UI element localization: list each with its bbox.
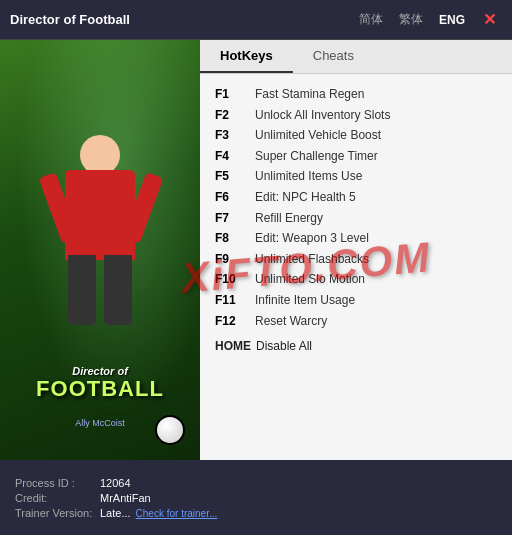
hotkey-action: Edit: NPC Health 5 (255, 188, 356, 207)
main-content: Director of FOOTBALL Ally McCoist HotKey… (0, 40, 512, 460)
hotkey-action: Fast Stamina Regen (255, 85, 364, 104)
person-leg-right (104, 255, 132, 325)
game-cover: Director of FOOTBALL Ally McCoist (0, 40, 200, 460)
hotkey-key: F9 (215, 250, 247, 269)
home-action: Disable All (256, 339, 312, 353)
lang-eng[interactable]: ENG (435, 11, 469, 29)
version-value: Late... (100, 507, 131, 519)
cover-football-line: FOOTBALL (0, 378, 200, 400)
hotkey-row: F5Unlimited Items Use (215, 166, 497, 187)
person-body (65, 170, 135, 260)
hotkey-key: F7 (215, 209, 247, 228)
version-row: Trainer Version: Late... Check for train… (15, 507, 497, 519)
hotkey-action: Unlimited Flashbacks (255, 250, 369, 269)
hotkey-action: Unlimited Slo Motion (255, 270, 365, 289)
version-label: Trainer Version: (15, 507, 95, 519)
credit-value: MrAntiFan (100, 492, 151, 504)
cover-title: Director of FOOTBALL (0, 365, 200, 400)
hotkey-row: F11Infinite Item Usage (215, 290, 497, 311)
credit-row: Credit: MrAntiFan (15, 492, 497, 504)
cover-football (155, 415, 185, 445)
hotkey-row: F4Super Challenge Timer (215, 146, 497, 167)
hotkey-key: F12 (215, 312, 247, 331)
title-bar: Director of Football 简体 繁体 ENG ✕ (0, 0, 512, 40)
hotkey-action: Infinite Item Usage (255, 291, 355, 310)
hotkey-key: F2 (215, 106, 247, 125)
lang-cn-trad[interactable]: 繁体 (395, 9, 427, 30)
hotkeys-list: F1Fast Stamina RegenF2Unlock All Invento… (200, 74, 512, 460)
hotkey-row: F8Edit: Weapon 3 Level (215, 228, 497, 249)
hotkey-key: F10 (215, 270, 247, 289)
hotkey-key: F4 (215, 147, 247, 166)
bottom-panel: Process ID : 12064 Credit: MrAntiFan Tra… (0, 460, 512, 535)
hotkey-row: F3Unlimited Vehicle Boost (215, 125, 497, 146)
lang-cn-simp[interactable]: 简体 (355, 9, 387, 30)
process-label: Process ID : (15, 477, 95, 489)
person-head (80, 135, 120, 175)
tab-hotkeys[interactable]: HotKeys (200, 40, 293, 73)
process-row: Process ID : 12064 (15, 477, 497, 489)
hotkey-key: F3 (215, 126, 247, 145)
hotkey-row: F12Reset Warcry (215, 311, 497, 332)
hotkey-action: Edit: Weapon 3 Level (255, 229, 369, 248)
credit-label: Credit: (15, 492, 95, 504)
hotkey-row: F7Refill Energy (215, 208, 497, 229)
hotkey-row: F2Unlock All Inventory Slots (215, 105, 497, 126)
check-link[interactable]: Check for trainer... (136, 508, 218, 519)
person-leg-left (68, 255, 96, 325)
hotkey-row: F1Fast Stamina Regen (215, 84, 497, 105)
hotkey-row: F10Unlimited Slo Motion (215, 269, 497, 290)
hotkey-action: Unlimited Items Use (255, 167, 362, 186)
lang-bar: 简体 繁体 ENG ✕ (355, 8, 502, 31)
process-value: 12064 (100, 477, 131, 489)
home-hotkey-row: HOMEDisable All (215, 339, 497, 353)
hotkey-action: Unlimited Vehicle Boost (255, 126, 381, 145)
hotkey-action: Super Challenge Timer (255, 147, 378, 166)
close-button[interactable]: ✕ (477, 8, 502, 31)
hotkey-action: Unlock All Inventory Slots (255, 106, 390, 125)
hotkey-key: F6 (215, 188, 247, 207)
tabs: HotKeys Cheats (200, 40, 512, 74)
title-bar-left: Director of Football (10, 12, 130, 27)
hotkey-key: F5 (215, 167, 247, 186)
cover-author: Ally McCoist (75, 418, 125, 428)
tab-cheats[interactable]: Cheats (293, 40, 374, 73)
hotkey-row: F9Unlimited Flashbacks (215, 249, 497, 270)
person-figure (40, 135, 160, 335)
hotkey-key: F1 (215, 85, 247, 104)
hotkey-key: F11 (215, 291, 247, 310)
hotkey-action: Reset Warcry (255, 312, 327, 331)
home-key: HOME (215, 339, 251, 353)
hotkey-key: F8 (215, 229, 247, 248)
right-panel: HotKeys Cheats F1Fast Stamina RegenF2Unl… (200, 40, 512, 460)
hotkey-row: F6Edit: NPC Health 5 (215, 187, 497, 208)
left-panel: Director of FOOTBALL Ally McCoist (0, 40, 200, 460)
app-title: Director of Football (10, 12, 130, 27)
hotkey-action: Refill Energy (255, 209, 323, 228)
